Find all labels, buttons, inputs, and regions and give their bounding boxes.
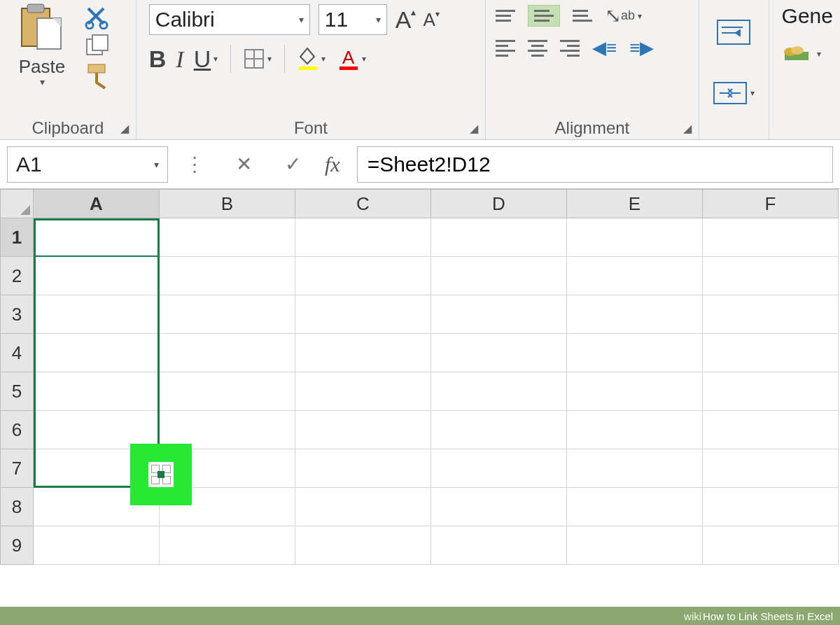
cell[interactable] [431,334,567,372]
more-icon[interactable]: ⋮ [178,153,211,176]
row-header[interactable]: 4 [0,334,34,372]
number-format-value[interactable]: Gene [782,4,833,28]
cell[interactable] [567,295,703,334]
chevron-down-icon[interactable]: ▾ [321,54,326,64]
fill-color-button[interactable]: ▾ [298,47,326,71]
chevron-down-icon[interactable]: ▾ [154,159,159,170]
chevron-down-icon[interactable]: ▾ [750,88,755,98]
chevron-down-icon[interactable]: ▾ [299,14,304,25]
cell[interactable] [431,411,567,449]
merge-center-button[interactable]: ▾ [713,81,755,105]
row-header[interactable]: 3 [0,295,34,334]
row-header[interactable]: 7 [0,449,34,488]
cell[interactable] [160,257,295,295]
cell[interactable] [703,488,839,526]
cell[interactable] [160,526,295,565]
cell[interactable] [34,372,160,411]
cell[interactable] [567,449,703,488]
format-painter-icon[interactable] [84,62,113,90]
row-header[interactable]: 9 [0,526,34,565]
spreadsheet-grid[interactable]: A B C D E F 1 2 3 4 5 6 7 8 9 [0,189,840,565]
cell[interactable] [431,449,567,488]
cell[interactable] [160,334,295,372]
cell[interactable] [703,257,839,295]
underline-button[interactable]: U▾ [194,45,218,73]
cell[interactable] [431,295,567,334]
column-header[interactable]: D [431,189,567,218]
dialog-launcher-icon[interactable]: ◢ [683,122,692,135]
dialog-launcher-icon[interactable]: ◢ [120,122,129,135]
cell[interactable] [567,411,703,449]
cell[interactable] [703,295,839,334]
chevron-down-icon[interactable]: ▾ [817,49,821,59]
align-bottom-icon[interactable] [573,10,592,22]
cell[interactable] [295,526,431,565]
enter-icon[interactable]: ✓ [276,153,309,176]
chevron-down-icon[interactable]: ▾ [376,14,381,25]
formula-input[interactable]: =Sheet2!D12 [357,146,833,183]
row-header[interactable]: 8 [0,488,34,526]
cell[interactable] [34,295,160,334]
cell[interactable] [431,372,567,411]
cell[interactable] [567,488,703,526]
cell[interactable] [567,334,703,372]
cell[interactable] [703,334,839,372]
row-header[interactable]: 5 [0,372,34,411]
accounting-format-button[interactable]: ▾ [782,42,833,66]
chevron-down-icon[interactable]: ▾ [362,54,366,64]
italic-button[interactable]: I [176,46,183,73]
wrap-text-icon[interactable] [716,19,751,45]
cell[interactable] [295,411,431,449]
column-header[interactable]: E [567,189,703,218]
copy-icon[interactable] [84,34,113,57]
cell[interactable] [567,257,703,295]
bold-button[interactable]: B [149,45,167,73]
font-color-button[interactable]: A ▾ [338,47,366,71]
cell[interactable] [160,218,295,257]
cell[interactable] [295,372,431,411]
name-box[interactable]: A1 ▾ [7,146,168,183]
cell[interactable] [34,257,160,295]
paste-button[interactable]: Paste ▾ [7,3,77,117]
row-header[interactable]: 2 [0,257,34,295]
dialog-launcher-icon[interactable]: ◢ [470,122,478,135]
align-top-icon[interactable] [496,10,515,22]
chevron-down-icon[interactable]: ▾ [214,54,218,64]
select-all-corner[interactable] [0,189,34,218]
align-right-icon[interactable] [560,40,580,57]
cell[interactable] [703,449,839,488]
cell[interactable] [160,295,295,334]
cell[interactable] [703,411,839,449]
align-left-icon[interactable] [496,40,515,57]
cell[interactable] [431,218,567,257]
cell[interactable] [295,488,431,526]
align-middle-icon[interactable] [528,5,560,27]
fx-label[interactable]: fx [325,153,340,176]
column-header[interactable]: A [34,189,160,218]
fill-handle-cursor[interactable] [130,444,192,505]
column-header[interactable]: C [295,189,431,218]
decrease-indent-icon[interactable]: ◀≡ [592,37,617,59]
cell[interactable] [160,372,295,411]
orientation-button[interactable]: ⤡ab▾ [605,4,642,27]
cancel-icon[interactable]: ✕ [227,153,260,176]
column-header[interactable]: B [160,189,295,218]
chevron-down-icon[interactable]: ▾ [40,76,45,87]
row-header[interactable]: 1 [0,218,34,257]
cell[interactable] [567,526,703,565]
cell[interactable] [567,372,703,411]
column-header[interactable]: F [703,189,839,218]
cell[interactable] [34,218,160,257]
cell[interactable] [431,526,567,565]
cell[interactable] [431,257,567,295]
cell[interactable] [703,526,839,565]
cell[interactable] [295,295,431,334]
row-header[interactable]: 6 [0,411,34,449]
cell[interactable] [34,526,160,565]
cell[interactable] [431,488,567,526]
increase-font-icon[interactable]: A▴ [396,6,416,34]
cell[interactable] [295,218,431,257]
cell[interactable] [34,334,160,372]
cell[interactable] [295,334,431,372]
decrease-font-icon[interactable]: A▾ [423,9,439,31]
